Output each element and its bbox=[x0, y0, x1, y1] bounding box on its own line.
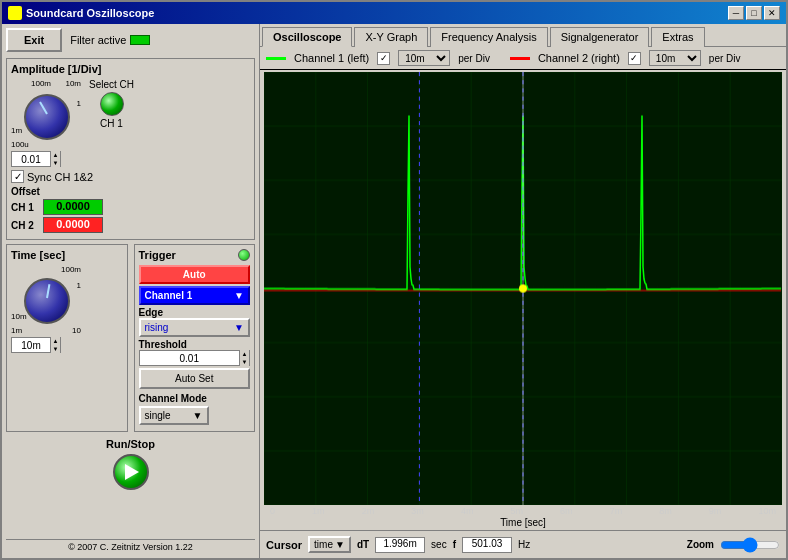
ch1-per-div-label: per Div bbox=[458, 53, 490, 64]
trigger-section: Trigger Auto Channel 1 ▼ Edge rising ▼ T… bbox=[134, 244, 256, 432]
ch1-label: CH 1 bbox=[100, 118, 123, 129]
amp-label-1: 1 bbox=[77, 99, 81, 108]
x-label-6m: 6m bbox=[560, 506, 573, 516]
amp-label-1m: 1m bbox=[11, 126, 22, 135]
f-value: 501.03 bbox=[462, 537, 512, 553]
channel-mode-button[interactable]: single ▼ bbox=[139, 406, 209, 425]
x-axis-title: Time [sec] bbox=[264, 517, 782, 528]
channel-mode-value: single bbox=[145, 410, 171, 421]
ch1-indicator bbox=[100, 92, 124, 116]
filter-led bbox=[130, 35, 150, 45]
filter-label: Filter active bbox=[70, 34, 126, 46]
ch2-name: Channel 2 (right) bbox=[538, 52, 620, 64]
bottom-bar: Cursor time ▼ dT 1.996m sec f 501.03 Hz … bbox=[260, 530, 786, 558]
x-label-1m: 1m bbox=[312, 506, 325, 516]
ch1-per-div-select[interactable]: 10m 100m 1 bbox=[398, 50, 450, 66]
ch2-checkbox[interactable]: ✓ bbox=[628, 52, 641, 65]
time-label-1m: 1m bbox=[11, 326, 22, 335]
time-title: Time [sec] bbox=[11, 249, 123, 261]
time-spinbox[interactable]: 10m ▲ ▼ bbox=[11, 337, 61, 353]
amplitude-knob-container: 10m 100m 1 1m 100u bbox=[11, 79, 81, 149]
ch1-color-line bbox=[266, 57, 286, 60]
oscilloscope-canvas bbox=[264, 72, 782, 505]
ch2-per-div-label: per Div bbox=[709, 53, 741, 64]
threshold-down[interactable]: ▼ bbox=[239, 358, 249, 366]
threshold-value: 0.01 bbox=[140, 353, 240, 364]
x-label-9m: 9m bbox=[709, 506, 722, 516]
select-ch-area: Select CH CH 1 bbox=[89, 79, 134, 129]
time-knob[interactable] bbox=[24, 278, 70, 324]
close-button[interactable]: ✕ bbox=[764, 6, 780, 20]
zoom-slider[interactable] bbox=[720, 537, 780, 553]
run-stop-label: Run/Stop bbox=[106, 438, 155, 450]
sync-label: Sync CH 1&2 bbox=[27, 171, 93, 183]
left-panel: Exit Filter active Amplitude [1/Div] 10m… bbox=[2, 24, 260, 558]
time-section: Time [sec] 100m 1 10 10m 1m 10m bbox=[6, 244, 128, 432]
time-knob-container: 100m 1 10 10m 1m bbox=[11, 265, 81, 335]
amplitude-section: Amplitude [1/Div] 10m 100m 1 1m 100u bbox=[6, 58, 255, 240]
threshold-arrows: ▲ ▼ bbox=[239, 350, 249, 366]
threshold-up[interactable]: ▲ bbox=[239, 350, 249, 358]
time-spinbox-up[interactable]: ▲ bbox=[50, 337, 60, 345]
trigger-title: Trigger bbox=[139, 249, 176, 261]
amp-label-100u: 100u bbox=[11, 140, 29, 149]
ch2-offset-value[interactable]: 0.0000 bbox=[43, 217, 103, 233]
tab-signalgenerator[interactable]: Signalgenerator bbox=[550, 27, 650, 47]
rising-dropdown-icon: ▼ bbox=[234, 322, 244, 333]
display-area: 0 1m 2m 3m 4m 5m 6m 7m 8m 9m 10m Time [s… bbox=[260, 70, 786, 530]
title-bar-title: Soundcard Oszilloscope bbox=[8, 6, 154, 20]
tab-extras[interactable]: Extras bbox=[651, 27, 704, 47]
auto-button[interactable]: Auto bbox=[139, 265, 251, 284]
x-label-7m: 7m bbox=[610, 506, 623, 516]
tab-oscilloscope[interactable]: Oscilloscope bbox=[262, 27, 352, 47]
rising-label: rising bbox=[145, 322, 169, 333]
time-spinbox-down[interactable]: ▼ bbox=[50, 345, 60, 353]
run-stop-button[interactable] bbox=[113, 454, 149, 490]
ch2-per-div-select[interactable]: 10m 100m 1 bbox=[649, 50, 701, 66]
auto-set-button[interactable]: Auto Set bbox=[139, 368, 251, 389]
sync-row: ✓ Sync CH 1&2 bbox=[11, 170, 250, 183]
channel-dropdown-icon: ▼ bbox=[234, 290, 244, 301]
dt-unit: sec bbox=[431, 539, 447, 550]
amplitude-knob[interactable] bbox=[24, 94, 70, 140]
time-trigger-row: Time [sec] 100m 1 10 10m 1m 10m bbox=[6, 244, 255, 432]
channel-button[interactable]: Channel 1 ▼ bbox=[139, 286, 251, 305]
filter-active-area: Filter active bbox=[70, 34, 150, 46]
dt-value: 1.996m bbox=[375, 537, 425, 553]
amp-label-100m: 100m bbox=[31, 79, 51, 88]
cursor-type-dropdown: ▼ bbox=[335, 539, 345, 550]
x-label-4m: 4m bbox=[461, 506, 474, 516]
spinbox-down[interactable]: ▼ bbox=[50, 159, 60, 167]
amplitude-spinbox[interactable]: 0.01 ▲ ▼ bbox=[11, 151, 61, 167]
spinbox-up[interactable]: ▲ bbox=[50, 151, 60, 159]
ch2-offset-label: CH 2 bbox=[11, 220, 39, 231]
tab-bar: Oscilloscope X-Y Graph Frequency Analysi… bbox=[260, 24, 786, 46]
ch1-offset-value[interactable]: 0.0000 bbox=[43, 199, 103, 215]
title-bar: Soundcard Oszilloscope ─ □ ✕ bbox=[2, 2, 786, 24]
channel-mode-dropdown-icon: ▼ bbox=[193, 410, 203, 421]
x-label-3m: 3m bbox=[411, 506, 424, 516]
maximize-button[interactable]: □ bbox=[746, 6, 762, 20]
exit-button[interactable]: Exit bbox=[6, 28, 62, 52]
threshold-label: Threshold bbox=[139, 339, 251, 350]
amp-spinbox-row: 0.01 ▲ ▼ bbox=[11, 151, 250, 167]
rising-button[interactable]: rising ▼ bbox=[139, 318, 251, 337]
minimize-button[interactable]: ─ bbox=[728, 6, 744, 20]
tab-frequency-analysis[interactable]: Frequency Analysis bbox=[430, 27, 547, 47]
run-stop-section: Run/Stop bbox=[6, 438, 255, 490]
threshold-spinbox[interactable]: 0.01 ▲ ▼ bbox=[139, 350, 251, 366]
ch1-offset-row: CH 1 0.0000 bbox=[11, 199, 250, 215]
offset-title: Offset bbox=[11, 186, 250, 197]
cursor-type-button[interactable]: time ▼ bbox=[308, 536, 351, 553]
ch1-offset-label: CH 1 bbox=[11, 202, 39, 213]
spinbox-arrows: ▲ ▼ bbox=[50, 151, 60, 167]
tab-xy-graph[interactable]: X-Y Graph bbox=[354, 27, 428, 47]
f-label: f bbox=[453, 539, 456, 550]
sync-checkbox[interactable]: ✓ bbox=[11, 170, 24, 183]
ch1-checkbox[interactable]: ✓ bbox=[377, 52, 390, 65]
x-label-5m: 5m bbox=[510, 506, 523, 516]
top-controls: Exit Filter active bbox=[6, 28, 255, 52]
x-label-10m: 10m bbox=[758, 506, 776, 516]
amplitude-title: Amplitude [1/Div] bbox=[11, 63, 250, 75]
right-panel: Oscilloscope X-Y Graph Frequency Analysi… bbox=[260, 24, 786, 558]
